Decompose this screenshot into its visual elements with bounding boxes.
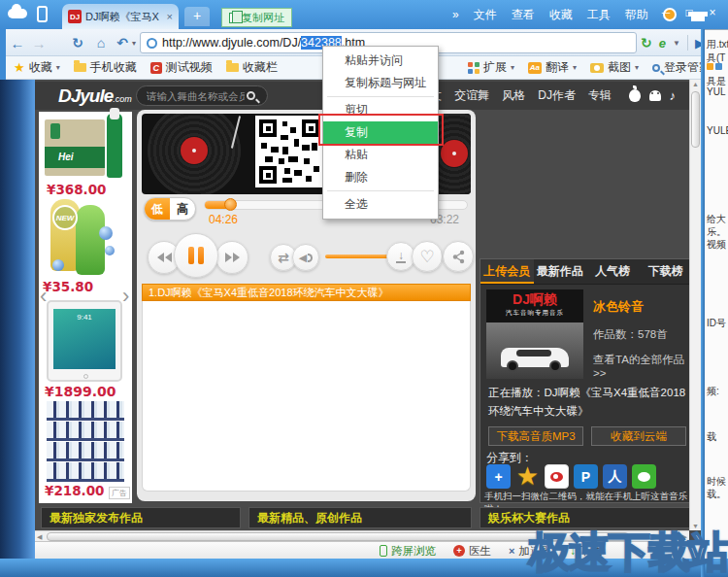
camera-icon <box>590 63 604 73</box>
section-original-works[interactable]: 最新精品、原创作品 <box>248 507 472 528</box>
favorite-button[interactable]: ♡ <box>412 241 443 272</box>
sina-weibo-icon[interactable] <box>545 464 569 489</box>
progress-handle[interactable] <box>224 198 237 211</box>
menu-file[interactable]: 文件 <box>474 7 497 23</box>
refresh-button[interactable]: ↻ <box>68 29 87 56</box>
android-icon[interactable] <box>649 90 661 101</box>
qr-pattern <box>259 119 319 184</box>
screenshot-button[interactable]: 截图 ▾ <box>590 59 639 76</box>
quality-low-option[interactable]: 低 <box>145 198 170 220</box>
screenshot-dropdown-icon[interactable]: ▾ <box>635 63 639 72</box>
scroll-left-icon[interactable]: ◀ <box>37 533 42 541</box>
speed-mode-icon[interactable]: ↻ <box>641 35 652 51</box>
menu-item-cut[interactable]: 剪切 <box>323 99 438 121</box>
share-button[interactable] <box>443 241 474 272</box>
menu-item-delete[interactable]: 删除 <box>323 166 438 188</box>
chevrons-icon[interactable]: » <box>452 8 459 21</box>
shampoo-bottle-green[interactable] <box>76 205 105 275</box>
wechat-icon[interactable] <box>632 464 656 489</box>
tab-upload-member[interactable]: 上传会员 <box>480 259 534 284</box>
bookmark-mobile[interactable]: 手机收藏 <box>74 59 137 76</box>
menu-item-copy[interactable]: 复制 <box>323 121 438 144</box>
menu-view[interactable]: 查看 <box>512 7 535 23</box>
tab-downloads[interactable]: 下载榜 <box>640 259 693 284</box>
menu-favorites[interactable]: 收藏 <box>549 7 573 23</box>
nav-ballroom[interactable]: 交谊舞 <box>454 87 489 104</box>
tab-popularity[interactable]: 人气榜 <box>586 259 640 284</box>
bookmark-bar-folder[interactable]: 收藏栏 <box>226 59 278 76</box>
menu-item-copy-title-url[interactable]: 复制标题与网址 <box>323 72 438 94</box>
nav-style[interactable]: 风格 <box>502 87 525 104</box>
favorites-button[interactable]: ★ 收藏 ▾ <box>14 59 60 76</box>
carousel-next-icon[interactable]: › <box>122 287 129 306</box>
member-name[interactable]: 冰色铃音 <box>593 298 644 316</box>
favorites-dropdown-icon[interactable]: ▾ <box>56 63 60 72</box>
save-to-cloud-button[interactable]: 收藏到云端 <box>591 426 686 446</box>
renren-icon[interactable]: 人 <box>603 464 627 489</box>
search-icon[interactable] <box>247 91 255 100</box>
apple-icon[interactable] <box>629 89 641 102</box>
nav-album[interactable]: 专辑 <box>588 87 612 104</box>
compat-dropdown-icon[interactable]: ▼ <box>673 39 680 48</box>
header-app-icons: ♪ <box>629 82 677 110</box>
quality-toggle[interactable]: 低 高 <box>144 197 196 221</box>
nav-dj-author[interactable]: DJ作者 <box>538 87 576 104</box>
vertical-scrollbar[interactable]: ▲ ▼ <box>689 80 701 530</box>
qzone-star-icon[interactable]: ★ <box>515 464 540 489</box>
site-logo[interactable]: DJyule.com <box>58 85 132 107</box>
doctor-button[interactable]: + 医生 <box>453 544 491 559</box>
search-box[interactable] <box>136 85 268 106</box>
menu-help[interactable]: 帮助 <box>625 7 648 23</box>
translate-dropdown-icon[interactable]: ▾ <box>573 63 577 72</box>
scroll-up-icon[interactable]: ▲ <box>692 81 699 87</box>
bshare-plus-icon[interactable]: + <box>486 464 511 489</box>
water-bottles-image[interactable] <box>47 401 124 481</box>
section-exclusive-works[interactable]: 最新独家发布作品 <box>41 507 241 528</box>
playlist-current-item[interactable]: 1.DJ啊赖《宝马X4重低音2018环绕汽车中文大碟》 <box>142 284 471 301</box>
playlist-body[interactable] <box>142 301 471 492</box>
music-note-icon[interactable]: ♪ <box>670 88 677 103</box>
extensions-dropdown-icon[interactable]: ▾ <box>511 63 514 72</box>
vertical-scroll-thumb[interactable] <box>691 91 700 148</box>
volume-button[interactable]: ◀ <box>292 244 319 271</box>
cross-screen-browse-button[interactable]: 跨屏浏览 <box>380 544 436 559</box>
heineken-case-image[interactable]: Hei <box>45 119 105 176</box>
heineken-bottle-image[interactable] <box>107 114 122 178</box>
tab-close-icon[interactable]: × <box>167 11 173 22</box>
pause-button[interactable] <box>174 233 218 278</box>
phone-sync-icon[interactable] <box>37 6 48 22</box>
download-hq-mp3-button[interactable]: 下载高音质MP3 <box>488 426 583 446</box>
undo-dropdown-icon[interactable]: ▾ <box>129 29 139 56</box>
volume-slider[interactable] <box>325 255 393 258</box>
view-all-works-link[interactable]: 查看TA的全部作品>> <box>593 353 692 379</box>
folder-icon <box>74 63 86 72</box>
translate-icon: Aa <box>528 62 542 74</box>
carousel-prev-icon[interactable]: ‹ <box>40 287 47 306</box>
translate-button[interactable]: Aa 翻译 ▾ <box>528 59 577 76</box>
tab-latest-works[interactable]: 最新作品 <box>534 259 587 284</box>
ipad-image[interactable]: 9:41 <box>47 300 122 382</box>
cloud-sync-icon[interactable] <box>8 9 27 18</box>
home-button[interactable]: ⌂ <box>91 29 111 56</box>
next-button[interactable] <box>215 241 248 274</box>
ie-compat-icon[interactable]: e <box>659 36 666 51</box>
bookmark-test-video[interactable]: C 测试视频 <box>150 59 213 76</box>
new-tab-button[interactable]: + <box>184 7 210 26</box>
forward-button[interactable]: → <box>29 29 49 56</box>
bottle-glyph <box>50 123 60 139</box>
menu-item-select-all[interactable]: 全选 <box>323 193 438 216</box>
notepad-text-fragment: YUL <box>707 86 725 97</box>
close-button[interactable]: × <box>701 0 724 25</box>
minimize-button[interactable]: ─ <box>654 0 678 25</box>
menu-item-paste[interactable]: 粘贴 <box>323 144 438 166</box>
menu-tools[interactable]: 工具 <box>587 7 611 23</box>
menu-item-paste-and-go[interactable]: 粘贴并访问 <box>323 50 438 72</box>
pengyou-icon[interactable]: P <box>574 464 598 489</box>
member-cover-image[interactable]: DJ啊赖 汽车音响专用音乐 <box>486 289 583 379</box>
extensions-button[interactable]: 扩展 ▾ <box>468 59 514 76</box>
search-input[interactable] <box>145 89 247 103</box>
browser-tab[interactable]: DJ DJ啊赖《宝马X × <box>62 4 179 29</box>
back-button[interactable]: ← <box>8 29 27 56</box>
quality-high-option[interactable]: 高 <box>170 198 195 220</box>
maximize-button[interactable]: □ <box>678 0 701 25</box>
